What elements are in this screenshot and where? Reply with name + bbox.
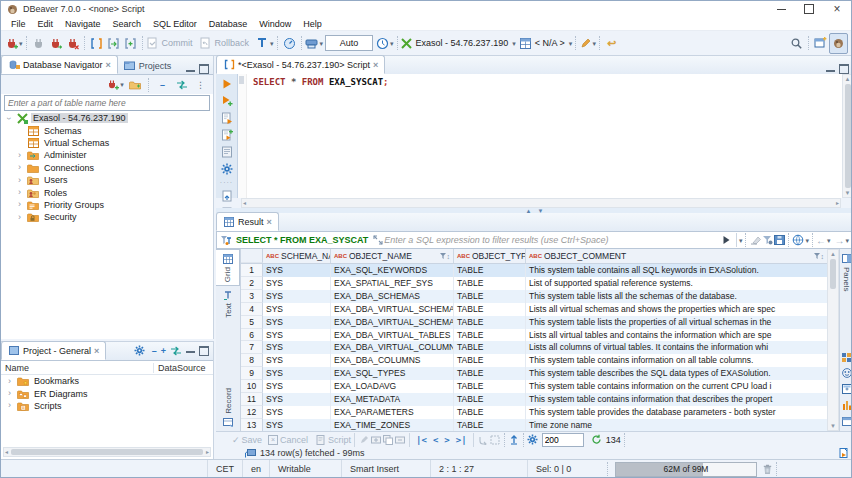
value-viewer-panel-icon[interactable] <box>841 351 852 363</box>
schema-name-cell[interactable]: SYS <box>263 264 331 277</box>
maximize-button[interactable] <box>795 1 823 17</box>
schema-name-cell[interactable]: SYS <box>263 367 331 380</box>
scroll-up-icon[interactable]: ▲ <box>844 75 852 83</box>
object-type-cell[interactable]: TABLE <box>454 264 526 277</box>
schema-name-cell[interactable]: SYS <box>263 341 331 354</box>
rollback-button[interactable]: Rollback <box>199 34 250 53</box>
commit-button[interactable]: Commit <box>146 34 193 53</box>
chevron-collapsed-icon[interactable]: › <box>15 163 24 172</box>
memory-gauge[interactable]: 62M of 99M <box>615 462 757 477</box>
close-button[interactable]: × <box>823 1 851 17</box>
object-comment-cell[interactable]: This system table lists the properties o… <box>526 316 827 329</box>
navigator-new-folder-button[interactable] <box>126 75 143 94</box>
dashboard-button[interactable] <box>281 34 298 53</box>
schema-name-cell[interactable]: SYS <box>263 354 331 367</box>
chevron-down-icon[interactable]: ▾ <box>805 237 809 244</box>
tree-item-security[interactable]: › Security <box>1 211 213 223</box>
tab-grid-view[interactable]: Grid <box>216 249 240 286</box>
transaction-log-button[interactable]: ▾ <box>375 34 394 53</box>
row-number-cell[interactable]: 9 <box>241 367 263 380</box>
tree-item-roles[interactable]: › Roles <box>1 186 213 198</box>
column-header-object-name[interactable]: ABC OBJECT_NAME ↕ <box>331 249 454 263</box>
column-header-name[interactable]: Name <box>1 363 154 373</box>
connect-button[interactable] <box>30 34 47 53</box>
project-settings-button[interactable] <box>131 341 148 360</box>
object-type-cell[interactable]: TABLE <box>454 406 526 419</box>
chevron-collapsed-icon[interactable]: › <box>15 213 24 222</box>
chevron-collapsed-icon[interactable]: › <box>15 188 24 197</box>
object-type-cell[interactable]: TABLE <box>454 354 526 367</box>
next-row-button[interactable]: > <box>441 435 452 445</box>
insert-mode-status[interactable]: Smart Insert <box>342 460 431 478</box>
schema-name-cell[interactable]: SYS <box>263 277 331 290</box>
object-name-cell[interactable]: EXA_DBA_VIRTUAL_SCHEMA_PROPERTIES <box>331 316 454 329</box>
menu-file[interactable]: File <box>5 19 32 29</box>
expand-filter-icon[interactable] <box>372 234 384 246</box>
object-comment-cell[interactable]: This system table describes the SQL data… <box>526 367 827 380</box>
row-number-cell[interactable]: 8 <box>241 354 263 367</box>
disconnect-button[interactable] <box>64 34 81 53</box>
row-number-cell[interactable]: 4 <box>241 303 263 316</box>
object-name-cell[interactable]: EXA_DBA_VIRTUAL_TABLES <box>331 329 454 342</box>
new-sql-script-button[interactable] <box>122 34 139 53</box>
tree-item-users[interactable]: › Users <box>1 174 213 186</box>
object-name-cell[interactable]: EXA_DBA_VIRTUAL_COLUMNS <box>331 341 454 354</box>
object-type-cell[interactable]: TABLE <box>454 419 526 431</box>
menu-navigate[interactable]: Navigate <box>59 19 107 29</box>
maximize-panel-icon[interactable] <box>839 64 849 74</box>
corner-header-cell[interactable] <box>241 249 263 263</box>
object-name-cell[interactable]: EXA_SPATIAL_REF_SYS <box>331 277 454 290</box>
fetch-size-input[interactable] <box>542 433 584 447</box>
grid-vertical-scrollbar[interactable]: ▲ ▼ <box>827 249 839 431</box>
tree-item-connections[interactable]: › Connections <box>1 162 213 174</box>
object-comment-cell[interactable]: Lists all columns of virtual tables. It … <box>526 341 827 354</box>
scroll-down-icon[interactable]: ▼ <box>829 422 837 430</box>
apply-filter-button[interactable] <box>718 231 735 250</box>
chevron-collapsed-icon[interactable]: › <box>5 389 14 398</box>
save-results-icon[interactable] <box>837 447 849 459</box>
execute-script-icon[interactable] <box>220 111 234 125</box>
object-comment-cell[interactable]: Lists all virtual schemas and shows the … <box>526 303 827 316</box>
tab-panels[interactable]: Panels <box>840 249 852 294</box>
collapse-all-icon[interactable]: – <box>152 346 157 356</box>
object-comment-cell[interactable]: This system table contains information o… <box>526 354 827 367</box>
object-comment-cell[interactable]: This system table lists all the schemas … <box>526 290 827 303</box>
table-row[interactable]: 5 SYS EXA_DBA_VIRTUAL_SCHEMA_PROPERTIES … <box>241 316 827 329</box>
scrollbar-thumb[interactable] <box>845 84 851 188</box>
tab-sql-script[interactable]: *<Exasol - 54.76.237.190> Script × <box>216 55 385 74</box>
dbeaver-perspective-button[interactable] <box>829 33 848 54</box>
schema-name-cell[interactable]: SYS <box>263 290 331 303</box>
table-row[interactable]: 1 SYS EXA_SQL_KEYWORDS TABLE This system… <box>241 264 827 277</box>
object-type-cell[interactable]: TABLE <box>454 303 526 316</box>
menu-search[interactable]: Search <box>107 19 148 29</box>
object-type-cell[interactable]: TABLE <box>454 290 526 303</box>
active-connection-selector[interactable]: Exasol - 54.76.237.190 ▾ <box>401 34 516 53</box>
reconnect-button[interactable] <box>47 34 64 53</box>
row-number-cell[interactable]: 1 <box>241 264 263 277</box>
compare-button[interactable]: ▾ <box>305 34 324 53</box>
menu-sql-editor[interactable]: SQL Editor <box>147 19 203 29</box>
tree-item-administer[interactable]: › Administer <box>1 149 213 161</box>
tree-item-bookmarks[interactable]: › Bookmarks <box>1 375 213 387</box>
tab-projects[interactable]: Projects <box>118 57 178 74</box>
schema-name-cell[interactable]: SYS <box>263 406 331 419</box>
tree-item-virtual-schemas[interactable]: Virtual Schemas <box>1 137 213 149</box>
grouping-panel-icon[interactable] <box>841 367 852 379</box>
garbage-collect-icon[interactable] <box>761 463 773 475</box>
object-type-cell[interactable]: TABLE <box>454 380 526 393</box>
metadata-panel-icon[interactable] <box>841 399 852 411</box>
link-arrows-icon[interactable] <box>170 345 182 357</box>
scrollbar-thumb[interactable] <box>830 259 836 289</box>
schema-name-cell[interactable]: SYS <box>263 316 331 329</box>
scroll-left-icon[interactable]: ◂ <box>4 448 9 456</box>
object-name-cell[interactable]: EXA_DBA_VIRTUAL_SCHEMAS <box>331 303 454 316</box>
object-name-cell[interactable]: EXA_PARAMETERS <box>331 406 454 419</box>
references-panel-icon[interactable] <box>841 415 852 427</box>
tree-item-schemas[interactable]: Schemas <box>1 124 213 136</box>
minimize-panel-icon[interactable] <box>186 67 195 72</box>
schema-name-cell[interactable]: SYS <box>263 393 331 406</box>
table-row[interactable]: 12 SYS EXA_PARAMETERS TABLE This system … <box>241 406 827 419</box>
filter-sort-icons[interactable]: ↕ <box>814 253 825 260</box>
schema-name-cell[interactable]: SYS <box>263 380 331 393</box>
table-row[interactable]: 6 SYS EXA_DBA_VIRTUAL_TABLES TABLE Lists… <box>241 329 827 342</box>
